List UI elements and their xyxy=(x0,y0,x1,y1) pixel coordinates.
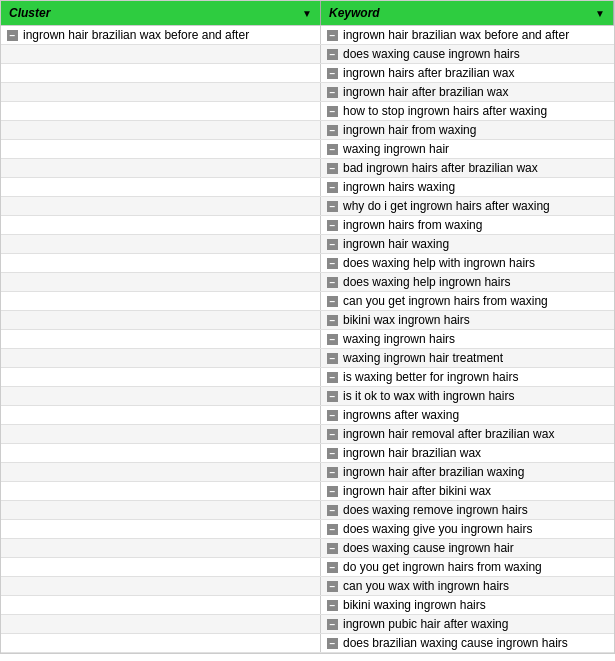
cluster-cell xyxy=(1,558,321,576)
keyword-remove-icon[interactable]: − xyxy=(327,562,338,573)
keyword-cell: −ingrown hair after brazilian wax xyxy=(321,83,614,101)
table-row: −ingrown hairs from waxing xyxy=(1,216,614,235)
keyword-remove-icon[interactable]: − xyxy=(327,277,338,288)
keyword-remove-icon[interactable]: − xyxy=(327,144,338,155)
table-row: −does waxing cause ingrown hair xyxy=(1,539,614,558)
keyword-cell: −is waxing better for ingrown hairs xyxy=(321,368,614,386)
cluster-cell xyxy=(1,140,321,158)
keyword-cell: −how to stop ingrown hairs after waxing xyxy=(321,102,614,120)
keyword-cell: −ingrown hair after brazilian waxing xyxy=(321,463,614,481)
keyword-header-label: Keyword xyxy=(329,6,380,20)
table-row: −waxing ingrown hair treatment xyxy=(1,349,614,368)
keyword-remove-icon[interactable]: − xyxy=(327,106,338,117)
cluster-cell xyxy=(1,539,321,557)
cluster-cell xyxy=(1,216,321,234)
keyword-cell: −does brazilian waxing cause ingrown hai… xyxy=(321,634,614,652)
cluster-cell xyxy=(1,634,321,652)
keyword-filter-icon[interactable]: ▼ xyxy=(595,8,605,19)
table-row: −how to stop ingrown hairs after waxing xyxy=(1,102,614,121)
keyword-remove-icon[interactable]: − xyxy=(327,49,338,60)
keyword-remove-icon[interactable]: − xyxy=(327,201,338,212)
keyword-remove-icon[interactable]: − xyxy=(327,30,338,41)
keyword-cell: −ingrown hair brazilian wax before and a… xyxy=(321,26,614,44)
cluster-cell xyxy=(1,368,321,386)
keyword-cell: −is it ok to wax with ingrown hairs xyxy=(321,387,614,405)
keyword-text: how to stop ingrown hairs after waxing xyxy=(343,104,547,118)
keyword-remove-icon[interactable]: − xyxy=(327,125,338,136)
keyword-text: ingrown hair after brazilian wax xyxy=(343,85,508,99)
keyword-cell: −ingrown hair removal after brazilian wa… xyxy=(321,425,614,443)
keyword-cell: −waxing ingrown hair treatment xyxy=(321,349,614,367)
table-row: −do you get ingrown hairs from waxing xyxy=(1,558,614,577)
main-table: Cluster ▼ Keyword ▼ −ingrown hair brazil… xyxy=(0,0,615,654)
keyword-remove-icon[interactable]: − xyxy=(327,486,338,497)
keyword-remove-icon[interactable]: − xyxy=(327,410,338,421)
table-row: −ingrowns after waxing xyxy=(1,406,614,425)
table-row: −ingrown hair waxing xyxy=(1,235,614,254)
cluster-cell xyxy=(1,349,321,367)
table-row: −can you wax with ingrown hairs xyxy=(1,577,614,596)
keyword-text: do you get ingrown hairs from waxing xyxy=(343,560,542,574)
table-row: −does brazilian waxing cause ingrown hai… xyxy=(1,634,614,653)
keyword-remove-icon[interactable]: − xyxy=(327,315,338,326)
keyword-remove-icon[interactable]: − xyxy=(327,239,338,250)
keyword-cell: −bikini waxing ingrown hairs xyxy=(321,596,614,614)
cluster-cell xyxy=(1,197,321,215)
keyword-remove-icon[interactable]: − xyxy=(327,429,338,440)
cluster-cell xyxy=(1,292,321,310)
keyword-remove-icon[interactable]: − xyxy=(327,600,338,611)
keyword-text: does waxing remove ingrown hairs xyxy=(343,503,528,517)
keyword-remove-icon[interactable]: − xyxy=(327,220,338,231)
keyword-text: is it ok to wax with ingrown hairs xyxy=(343,389,514,403)
keyword-remove-icon[interactable]: − xyxy=(327,448,338,459)
keyword-remove-icon[interactable]: − xyxy=(327,182,338,193)
keyword-remove-icon[interactable]: − xyxy=(327,638,338,649)
keyword-text: bikini waxing ingrown hairs xyxy=(343,598,486,612)
keyword-remove-icon[interactable]: − xyxy=(327,467,338,478)
keyword-text: does waxing help ingrown hairs xyxy=(343,275,510,289)
cluster-header-label: Cluster xyxy=(9,6,50,20)
keyword-header[interactable]: Keyword ▼ xyxy=(321,1,614,25)
keyword-text: waxing ingrown hair treatment xyxy=(343,351,503,365)
keyword-remove-icon[interactable]: − xyxy=(327,163,338,174)
keyword-remove-icon[interactable]: − xyxy=(327,391,338,402)
cluster-collapse-icon[interactable]: − xyxy=(7,30,18,41)
cluster-cell xyxy=(1,178,321,196)
keyword-cell: −ingrown hairs waxing xyxy=(321,178,614,196)
keyword-text: ingrown hair brazilian wax before and af… xyxy=(343,28,569,42)
keyword-remove-icon[interactable]: − xyxy=(327,524,338,535)
cluster-header[interactable]: Cluster ▼ xyxy=(1,1,321,25)
keyword-remove-icon[interactable]: − xyxy=(327,296,338,307)
keyword-remove-icon[interactable]: − xyxy=(327,258,338,269)
keyword-cell: −ingrown hairs from waxing xyxy=(321,216,614,234)
keyword-remove-icon[interactable]: − xyxy=(327,353,338,364)
cluster-cell xyxy=(1,577,321,595)
table-header: Cluster ▼ Keyword ▼ xyxy=(1,1,614,26)
keyword-remove-icon[interactable]: − xyxy=(327,581,338,592)
keyword-cell: −does waxing remove ingrown hairs xyxy=(321,501,614,519)
keyword-cell: −does waxing give you ingrown hairs xyxy=(321,520,614,538)
table-row: −ingrown hair brazilian wax before and a… xyxy=(1,26,614,45)
keyword-cell: −do you get ingrown hairs from waxing xyxy=(321,558,614,576)
cluster-cell xyxy=(1,273,321,291)
keyword-remove-icon[interactable]: − xyxy=(327,619,338,630)
cluster-cell xyxy=(1,501,321,519)
cluster-filter-icon[interactable]: ▼ xyxy=(302,8,312,19)
keyword-remove-icon[interactable]: − xyxy=(327,334,338,345)
keyword-cell: −does waxing help ingrown hairs xyxy=(321,273,614,291)
keyword-remove-icon[interactable]: − xyxy=(327,505,338,516)
keyword-text: ingrown hair from waxing xyxy=(343,123,476,137)
table-row: −is it ok to wax with ingrown hairs xyxy=(1,387,614,406)
table-row: −ingrown hair from waxing xyxy=(1,121,614,140)
table-row: −why do i get ingrown hairs after waxing xyxy=(1,197,614,216)
keyword-text: ingrown hairs after brazilian wax xyxy=(343,66,514,80)
cluster-cell xyxy=(1,387,321,405)
cluster-cell xyxy=(1,463,321,481)
keyword-remove-icon[interactable]: − xyxy=(327,543,338,554)
keyword-remove-icon[interactable]: − xyxy=(327,372,338,383)
keyword-cell: −can you wax with ingrown hairs xyxy=(321,577,614,595)
keyword-remove-icon[interactable]: − xyxy=(327,68,338,79)
keyword-remove-icon[interactable]: − xyxy=(327,87,338,98)
cluster-cell xyxy=(1,444,321,462)
table-row: −waxing ingrown hairs xyxy=(1,330,614,349)
